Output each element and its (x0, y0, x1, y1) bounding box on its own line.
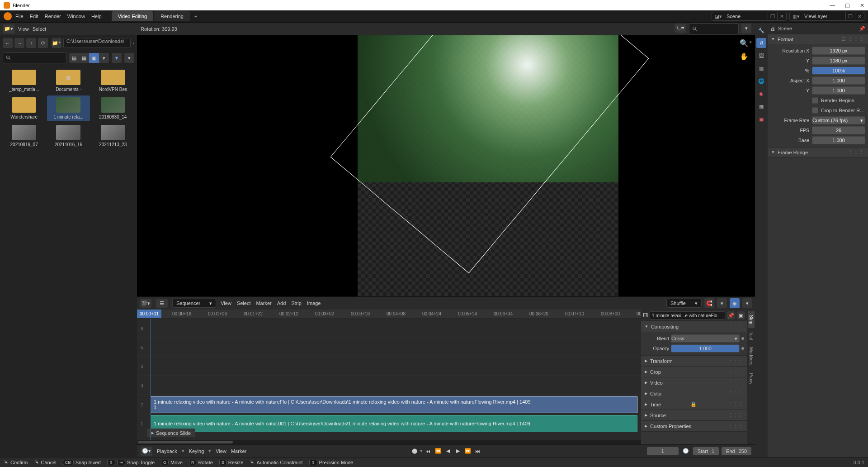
menu-file[interactable]: File (15, 14, 24, 19)
resolution-pct-field[interactable]: 100% (812, 67, 865, 75)
seq-view-type-dropdown[interactable]: ☰ (156, 299, 168, 308)
end-frame-field[interactable]: End250 (722, 447, 751, 455)
path-input[interactable]: C:\Users\user\Downloads\ (63, 38, 131, 48)
view-options-button[interactable]: ▾ (99, 53, 109, 63)
new-scene-button[interactable]: ❐ (768, 12, 777, 20)
menu-edit[interactable]: Edit (30, 14, 38, 19)
prop-section-format[interactable]: ▼Format ☰ ⋮⋮⋮ (768, 34, 868, 44)
maximize-button[interactable]: ▢ (845, 2, 850, 9)
file-item[interactable]: 20211016_16 (47, 123, 90, 149)
resolution-x-field[interactable]: 1920 px (812, 47, 865, 55)
zoom-icon[interactable]: 🔍⁺ (740, 39, 752, 48)
strip-mute-button[interactable]: ▣ (737, 311, 745, 319)
viewlayer-selector[interactable]: ▥▾ ❐ ✕ (789, 12, 864, 21)
play-reverse-button[interactable]: ◀ (443, 447, 453, 456)
prop-tab-object[interactable]: ▦ (756, 101, 766, 111)
nav-forward-button[interactable]: → (14, 38, 24, 48)
sidepanel-tab-proxy[interactable]: Proxy (748, 369, 755, 388)
video-strip-channel2[interactable]: 1 minute relaxing video with nature - A … (151, 396, 637, 413)
minimize-button[interactable]: — (830, 2, 835, 9)
file-item[interactable]: 20210819_07 (3, 123, 45, 149)
menu-window[interactable]: Window (67, 14, 85, 19)
timecode-ruler[interactable]: 00:00+01 00:00+16 00:01+06 00:01+22 00:0… (137, 310, 641, 319)
preview-search[interactable] (689, 24, 739, 34)
section-color[interactable]: ▶Color⋮⋮⋮ (641, 388, 747, 399)
seq-show-overlay-button[interactable]: ◉ (730, 298, 740, 308)
pb-marker-menu[interactable]: Marker (231, 448, 246, 454)
playback-editor-dropdown[interactable]: 🕐▾ (141, 447, 152, 456)
filter-options-button[interactable]: ▾ (124, 53, 134, 63)
section-custom-props[interactable]: ▶Custom Properties⋮⋮⋮ (641, 421, 747, 431)
aspect-y-field[interactable]: 1.000 (812, 86, 865, 95)
add-workspace-button[interactable]: + (191, 12, 201, 21)
prop-pin-button[interactable]: 📌 (859, 26, 865, 32)
seq-overlay-button[interactable]: ▾ (717, 298, 727, 308)
seq-menu-image[interactable]: Image (307, 300, 321, 306)
file-item[interactable]: Wondershare (3, 95, 45, 121)
pan-icon[interactable]: ✋ (740, 52, 752, 61)
jump-prev-keyframe-button[interactable]: ⏪ (434, 447, 443, 456)
prop-section-frame-range[interactable]: ▼Frame Range⋮⋮⋮ (768, 148, 868, 157)
fb-menu-select[interactable]: Select (33, 26, 47, 32)
section-time[interactable]: ▶Time🔒⋮⋮⋮ (641, 399, 747, 410)
render-region-check[interactable] (812, 97, 818, 104)
path-more-icon[interactable]: › (132, 40, 134, 46)
section-transform[interactable]: ▶Transform⋮⋮⋮ (641, 356, 747, 366)
file-item[interactable]: 20180830_14 (92, 95, 134, 121)
pb-view-menu[interactable]: View (216, 448, 226, 454)
prop-tab-world[interactable]: 🌐 (756, 76, 766, 86)
keying-menu[interactable]: Keying (189, 448, 204, 454)
blend-dropdown[interactable]: Cross▾ (671, 334, 740, 343)
keyframe-dot[interactable] (741, 337, 744, 340)
viewlayer-name-input[interactable] (802, 13, 845, 20)
seq-mode-dropdown[interactable]: Sequencer▾ (172, 299, 216, 308)
playhead[interactable] (151, 319, 151, 440)
preview-viewport[interactable]: 🔍⁺ ✋ (137, 35, 755, 296)
strip-lock-button[interactable]: 📌 (727, 311, 735, 319)
jump-start-button[interactable]: ⏮ (424, 447, 433, 456)
keyframe-dot[interactable] (741, 347, 744, 350)
menu-help[interactable]: Help (91, 14, 102, 19)
prop-tab-viewlayer[interactable]: ▧ (756, 63, 766, 73)
seq-menu-select[interactable]: Select (237, 300, 251, 306)
section-source[interactable]: ▶Source⋮⋮⋮ (641, 410, 747, 420)
seq-overlap-dropdown[interactable]: Shuffle▾ (666, 299, 702, 308)
sidepanel-tab-strip[interactable]: Strip (748, 311, 755, 328)
file-item[interactable]: 20211213_23 (92, 123, 134, 149)
scene-name-input[interactable] (725, 13, 768, 20)
prop-tab-tool[interactable]: 🔧 (756, 25, 766, 35)
jump-end-button[interactable]: ⏭ (473, 447, 482, 456)
prop-tab-render[interactable]: 🖼 (756, 51, 766, 61)
blender-logo-icon[interactable] (4, 12, 12, 20)
framerate-dropdown[interactable]: Custom (26 fps)▾ (812, 116, 865, 124)
section-video[interactable]: ▶Video⋮⋮⋮ (641, 377, 747, 388)
seq-menu-marker[interactable]: Marker (256, 300, 271, 306)
seq-menu-view[interactable]: View (221, 300, 231, 306)
preview-options-button[interactable]: ▾ (741, 24, 751, 33)
view-list-horizontal-button[interactable]: ▦ (79, 53, 89, 63)
jump-next-keyframe-button[interactable]: ⏩ (463, 447, 472, 456)
sidepanel-tab-tool[interactable]: Tool (748, 328, 755, 343)
viewlayer-browse-icon[interactable]: ▥▾ (790, 14, 802, 19)
play-button[interactable]: ▶ (453, 447, 462, 456)
menu-render[interactable]: Render (45, 14, 61, 19)
scene-selector[interactable]: ◪▾ ❐ ✕ (712, 12, 787, 21)
crop-region-check[interactable] (812, 107, 818, 114)
playback-menu[interactable]: Playback (157, 448, 177, 454)
timeline-tracks[interactable]: 6 5 4 3 2 1 minute relaxing video with n… (137, 319, 641, 440)
view-list-vertical-button[interactable]: ▤ (69, 53, 79, 63)
file-item[interactable]: NordVPN Bes (92, 68, 134, 94)
timeline-scrollbar[interactable] (137, 440, 641, 444)
scrollbar-thumb[interactable] (138, 441, 233, 443)
seq-overlay-options[interactable]: ▾ (742, 298, 752, 308)
file-search-input[interactable] (3, 52, 66, 63)
start-frame-field[interactable]: Start1 (693, 447, 719, 455)
prop-tab-output[interactable]: 🖨 (756, 38, 766, 48)
strip-name-input[interactable] (650, 311, 725, 319)
preview-range-button[interactable]: 🕐 (681, 447, 690, 456)
opacity-field[interactable]: 1.000 (671, 344, 740, 353)
seq-snap-button[interactable]: 🧲 (704, 298, 714, 308)
seq-editor-type-dropdown[interactable]: 🎬▾ (140, 299, 151, 308)
fb-menu-view[interactable]: View (18, 26, 29, 32)
scene-browse-icon[interactable]: ◪▾ (712, 14, 725, 19)
